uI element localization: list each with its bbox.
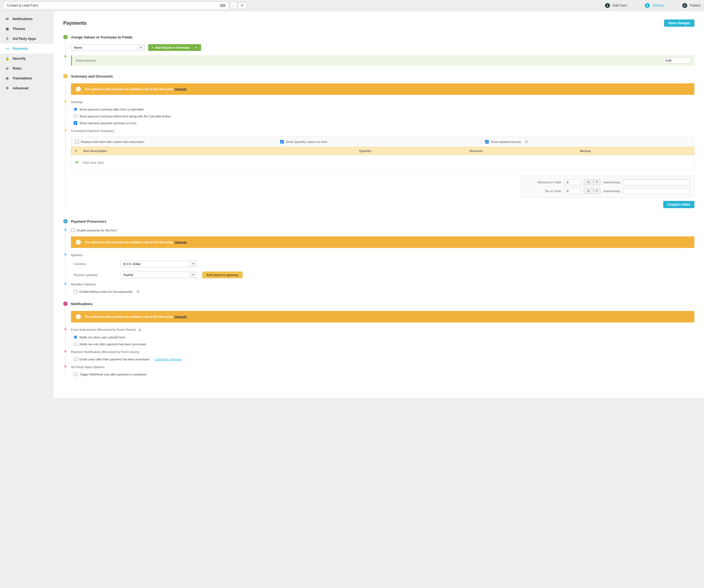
option-label: Show payment summary after form is submi… — [79, 108, 143, 111]
tax-value-input[interactable] — [564, 188, 581, 194]
fixed-amount-input[interactable] — [663, 57, 691, 64]
replace-label-checkbox[interactable] — [75, 140, 79, 143]
timeline-dot-icon — [64, 100, 67, 103]
sidebar-item-themes[interactable]: ▣ Themes — [0, 24, 54, 34]
currency-input[interactable] — [121, 261, 189, 267]
show-quantity-checkbox[interactable] — [280, 140, 284, 143]
discount-total-label: Discount on Total: — [526, 181, 562, 184]
unit-label: % — [584, 180, 593, 185]
summary-table-options: Replace field label with custom item des… — [71, 136, 694, 147]
upgrade-banner: ! The options in this section are availa… — [71, 83, 694, 95]
chevron-down-icon[interactable]: ▼ — [192, 46, 197, 49]
help-icon[interactable]: ? — [525, 140, 528, 143]
branch-icon: ⇄ — [5, 66, 9, 71]
customize-message-link[interactable]: Customize message — [154, 357, 182, 361]
add-new-item-button[interactable]: + Add new item — [71, 155, 694, 170]
save-changes-button[interactable]: Save changes — [664, 19, 694, 27]
col-discount: Discount — [469, 149, 580, 152]
sidebar-item-rules[interactable]: ⇄ Rules — [0, 64, 54, 73]
timeline-dot-icon — [64, 55, 67, 57]
upgrade-banner: ! The options in this section are availa… — [71, 311, 694, 322]
step-publish[interactable]: 3 Publish — [682, 3, 701, 8]
help-icon[interactable]: ? — [136, 290, 140, 293]
next-form-button[interactable]: › — [230, 2, 236, 9]
sidebar-item-label: 3rd Party Apps — [13, 37, 36, 41]
trigger-webhook-checkbox[interactable] — [74, 373, 77, 376]
form-submission-subheading: Form Submission (Received by Form Owner)… — [71, 328, 694, 331]
email-users-checkbox[interactable] — [74, 357, 77, 361]
sidebar-item-security[interactable]: 🔒 Security — [0, 54, 54, 64]
timeline-dot-icon — [64, 129, 67, 131]
field-select-input[interactable] — [71, 45, 137, 51]
section-notifications: − Notifications ! The options in this se… — [63, 302, 694, 376]
discount-value-input[interactable] — [564, 179, 581, 185]
step-edit-form[interactable]: 1 Edit Form — [605, 3, 627, 8]
chevron-down-icon[interactable]: ▼ — [593, 188, 600, 194]
currency-label: Currency — [74, 262, 109, 266]
discount-unit-select[interactable]: % ▼ — [584, 179, 601, 185]
notify-on-submit-radio[interactable] — [74, 335, 77, 339]
currency-select[interactable]: ▼ — [120, 261, 197, 267]
eye-icon: 👁 — [241, 4, 244, 7]
help-icon[interactable]: ? — [138, 328, 141, 331]
sidebar-item-payments[interactable]: ▭ Payments — [0, 44, 54, 54]
col-hash: # — [75, 149, 83, 152]
form-name-selector[interactable]: Contact & Lead Form ⌨ — [3, 2, 229, 9]
upgrade-link[interactable]: Upgrade — [174, 241, 187, 244]
timeline-line — [65, 79, 66, 208]
wizard-steps: 1 Edit Form › 2 Settings › 3 Publish — [605, 3, 701, 8]
banner-text: The options in this section are availabl… — [85, 87, 174, 91]
tax-unit-select[interactable]: % ▼ — [584, 188, 601, 194]
section-bullet-icon: − — [63, 219, 68, 223]
options-subheading: Options — [71, 253, 694, 257]
section-assign-values: − Assign Values or Formulas to Fields ▼ … — [63, 35, 694, 66]
sidebar-item-notifications[interactable]: ✉ Notifications — [0, 14, 54, 24]
sidebar-item-translations[interactable]: ⊞ Translations — [0, 73, 54, 83]
image-icon: ▣ — [5, 27, 9, 31]
coupon-codes-button[interactable]: Coupon codes — [663, 201, 694, 208]
notify-after-payment-radio[interactable] — [74, 342, 77, 346]
option-label: Notify me only after payment has been pr… — [79, 342, 146, 346]
opt-realtime-checkbox[interactable] — [74, 121, 77, 125]
show-formula-checkbox[interactable] — [485, 140, 489, 143]
upgrade-link[interactable]: Upgrade — [174, 87, 187, 91]
step-number-1: 1 — [605, 3, 610, 8]
add-values-button[interactable]: + Add Values or Formulas ▼ — [148, 44, 201, 51]
opt-after-submit-radio[interactable] — [74, 108, 77, 111]
sidebar-item-3rd-party[interactable]: ⚲ 3rd Party Apps — [0, 34, 54, 44]
sidebar-item-advanced[interactable]: ⚙ Advanced — [0, 83, 54, 93]
translate-icon: ⊞ — [5, 76, 9, 80]
chevron-down-icon[interactable]: ▼ — [189, 261, 197, 267]
chevron-down-icon[interactable]: ▼ — [593, 180, 600, 185]
unit-label: % — [584, 188, 593, 194]
section-title: Assign Values or Formulas to Fields — [71, 35, 132, 39]
gateway-select[interactable]: ▼ — [120, 272, 197, 278]
section-title: Payment Processors — [71, 219, 106, 223]
plus-icon: + — [152, 46, 154, 49]
upgrade-link[interactable]: Upgrade — [174, 315, 187, 318]
field-select[interactable]: ▼ — [71, 44, 144, 51]
share-icon: ⚲ — [5, 37, 9, 41]
sidebar-item-label: Translations — [13, 76, 32, 80]
preview-button[interactable]: 👁 — [238, 2, 246, 9]
step-settings[interactable]: 2 Settings — [645, 3, 664, 8]
chevron-down-icon[interactable]: ▼ — [189, 272, 197, 278]
col-quantity: Quantity — [359, 149, 469, 152]
discount-representing-input[interactable] — [623, 179, 690, 185]
gateway-label: Payment gateway — [74, 273, 109, 276]
step-label: Publish — [690, 4, 701, 7]
option-label: Trigger WebHook only after payment is co… — [79, 373, 146, 376]
tax-representing-input[interactable] — [623, 188, 690, 194]
chevron-down-icon[interactable]: ▼ — [137, 45, 144, 50]
sidebar-item-label: Payments — [13, 47, 28, 51]
enable-payments-checkbox[interactable] — [71, 228, 74, 232]
form-name-label: Contact & Lead Form — [7, 4, 38, 7]
section-bullet-icon: − — [63, 35, 68, 39]
gateway-input[interactable] — [121, 272, 189, 278]
opt-below-form-radio[interactable] — [74, 114, 77, 118]
sandbox-mode-checkbox[interactable] — [74, 290, 77, 293]
app-header: Contact & Lead Form ⌨ › 👁 1 Edit Form › … — [0, 0, 704, 11]
add-gateway-button[interactable]: Add payment gateway — [202, 272, 243, 278]
plus-icon: + — [75, 159, 79, 166]
chevron-right-icon: › — [672, 3, 674, 8]
